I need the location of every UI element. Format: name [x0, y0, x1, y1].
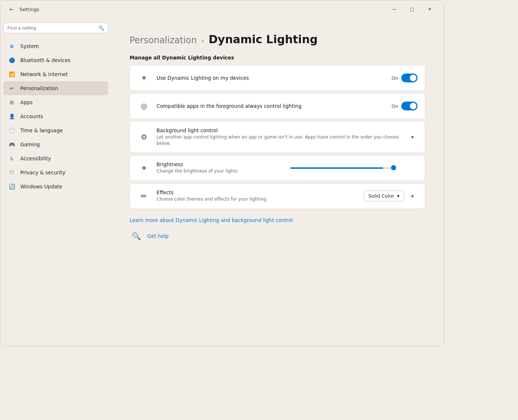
expand-btn-background-light[interactable]: ▾: [407, 132, 418, 142]
nav-label-bluetooth: Bluetooth & devices: [20, 57, 71, 63]
dropdown-arrow-icon: ▾: [397, 193, 399, 199]
setting-text-effects: Effects Choose color themes and effects …: [157, 189, 358, 202]
nav-icon-update: 🔄: [8, 182, 16, 191]
setting-card-brightness: ☀ Brightness Change the brightness of yo…: [130, 155, 425, 181]
sidebar-item-accessibility[interactable]: ♿ Accessibility: [3, 151, 108, 165]
app-body: 🔍 🖥 System 🔵 Bluetooth & devices 📶 Netwo…: [0, 18, 444, 346]
search-input[interactable]: [7, 25, 95, 31]
setting-card-effects: ✏ Effects Choose color themes and effect…: [130, 183, 425, 209]
effects-dropdown-effects[interactable]: Solid Color ▾: [364, 191, 404, 201]
nav-icon-accounts: 👤: [8, 112, 16, 120]
sidebar-item-bluetooth[interactable]: 🔵 Bluetooth & devices: [3, 53, 108, 67]
nav-icon-accessibility: ♿: [8, 154, 16, 163]
setting-row-effects: ✏ Effects Choose color themes and effect…: [130, 184, 425, 209]
learn-more-link[interactable]: Learn more about Dynamic Lighting and ba…: [130, 217, 293, 223]
nav-list: 🖥 System 🔵 Bluetooth & devices 📶 Network…: [3, 39, 108, 194]
sidebar: 🔍 🖥 System 🔵 Bluetooth & devices 📶 Netwo…: [0, 18, 111, 346]
setting-title-compatible-apps: Compatible apps in the foreground always…: [157, 103, 386, 109]
learn-more-section: Learn more about Dynamic Lighting and ba…: [130, 216, 425, 223]
toggle-compatible-apps[interactable]: [401, 102, 418, 110]
section-label: Manage all Dynamic Lighting devices: [130, 55, 425, 61]
setting-desc-effects: Choose color themes and effects for your…: [157, 196, 358, 202]
setting-icon-brightness: ☀: [137, 161, 151, 175]
setting-text-background-light: Background light control Let another app…: [157, 127, 401, 147]
nav-label-network: Network & internet: [20, 71, 68, 77]
nav-label-accounts: Accounts: [20, 113, 43, 119]
nav-label-accessibility: Accessibility: [20, 156, 51, 161]
setting-title-background-light: Background light control: [157, 127, 401, 133]
setting-row-compatible-apps: ◎ Compatible apps in the foreground alwa…: [130, 93, 425, 119]
setting-card-background-light: ⚙ Background light control Let another a…: [130, 121, 425, 153]
setting-icon-use-dynamic-lighting: ☀: [137, 71, 151, 85]
sidebar-item-accounts[interactable]: 👤 Accounts: [3, 109, 108, 123]
setting-desc-background-light: Let another app control lighting when an…: [157, 134, 401, 147]
title-bar: ← Settings — □ ✕: [0, 0, 444, 18]
setting-title-brightness: Brightness: [157, 161, 284, 167]
search-box[interactable]: 🔍: [3, 23, 108, 33]
sidebar-item-network[interactable]: 📶 Network & internet: [3, 67, 108, 81]
dropdown-control-effects: Solid Color ▾ ▾: [364, 191, 418, 201]
nav-label-system: System: [20, 43, 39, 49]
nav-label-apps: Apps: [20, 99, 32, 105]
nav-label-gaming: Gaming: [20, 141, 40, 147]
setting-icon-effects: ✏: [137, 189, 151, 203]
nav-label-update: Windows Update: [20, 184, 62, 189]
nav-icon-bluetooth: 🔵: [8, 56, 16, 64]
setting-row-background-light: ⚙ Background light control Let another a…: [130, 122, 425, 153]
slider-container-brightness: [290, 167, 418, 169]
nav-icon-apps: ⊞: [8, 98, 16, 106]
toggle-use-dynamic-lighting[interactable]: [401, 74, 418, 82]
setting-text-use-dynamic-lighting: Use Dynamic Lighting on my devices: [157, 75, 386, 81]
dropdown-value-effects: Solid Color: [368, 193, 394, 199]
nav-icon-network: 📶: [8, 70, 16, 78]
sidebar-item-update[interactable]: 🔄 Windows Update: [3, 180, 108, 194]
nav-label-privacy: Privacy & security: [20, 170, 65, 175]
sidebar-item-apps[interactable]: ⊞ Apps: [3, 95, 108, 109]
help-icon: 🔍: [130, 229, 143, 243]
setting-icon-compatible-apps: ◎: [137, 99, 151, 113]
nav-icon-system: 🖥: [8, 42, 16, 50]
setting-icon-background-light: ⚙: [137, 130, 151, 144]
sidebar-item-gaming[interactable]: 🎮 Gaming: [3, 137, 108, 151]
maximize-button[interactable]: □: [404, 3, 420, 15]
minimize-button[interactable]: —: [386, 3, 402, 15]
slider-thumb-brightness: [391, 165, 396, 170]
app-title: Settings: [20, 7, 39, 12]
nav-label-time: Time & language: [20, 127, 63, 133]
nav-label-personalization: Personalization: [20, 85, 58, 91]
setting-card-use-dynamic-lighting: ☀ Use Dynamic Lighting on my devices On: [130, 65, 425, 91]
toggle-control-compatible-apps: On: [392, 102, 418, 110]
toggle-control-use-dynamic-lighting: On: [392, 74, 418, 82]
setting-title-effects: Effects: [157, 189, 358, 195]
nav-icon-time: 🕐: [8, 126, 16, 134]
page-header: Personalization › Dynamic Lighting: [130, 33, 425, 46]
get-help-link[interactable]: Get help: [147, 233, 169, 239]
search-icon: 🔍: [98, 25, 104, 31]
toggle-label-use-dynamic-lighting: On: [392, 75, 398, 81]
effects-expand-btn[interactable]: ▾: [407, 191, 418, 201]
setting-row-use-dynamic-lighting: ☀ Use Dynamic Lighting on my devices On: [130, 65, 425, 91]
back-button[interactable]: ←: [6, 4, 17, 14]
sidebar-item-time[interactable]: 🕐 Time & language: [3, 123, 108, 137]
nav-icon-personalization: ✏: [8, 84, 16, 92]
main-content: Personalization › Dynamic Lighting Manag…: [111, 18, 444, 346]
sidebar-item-privacy[interactable]: 🛡 Privacy & security: [3, 165, 108, 180]
sidebar-item-system[interactable]: 🖥 System: [3, 39, 108, 53]
setting-card-compatible-apps: ◎ Compatible apps in the foreground alwa…: [130, 93, 425, 119]
sidebar-item-personalization[interactable]: ✏ Personalization: [3, 81, 108, 95]
help-row: 🔍 Get help: [130, 229, 425, 243]
setting-text-brightness: Brightness Change the brightness of your…: [157, 161, 284, 174]
setting-text-compatible-apps: Compatible apps in the foreground always…: [157, 103, 386, 109]
setting-row-brightness: ☀ Brightness Change the brightness of yo…: [130, 156, 425, 181]
breadcrumb-parent: Personalization: [130, 35, 197, 45]
breadcrumb-sep: ›: [201, 36, 204, 45]
nav-icon-gaming: 🎮: [8, 140, 16, 148]
slider-track-brightness[interactable]: [290, 167, 394, 169]
slider-fill-brightness: [290, 167, 383, 169]
page-title: Dynamic Lighting: [209, 33, 318, 46]
settings-cards: ☀ Use Dynamic Lighting on my devices On …: [130, 65, 425, 209]
setting-title-use-dynamic-lighting: Use Dynamic Lighting on my devices: [157, 75, 386, 81]
nav-icon-privacy: 🛡: [8, 168, 16, 177]
setting-desc-brightness: Change the brightness of your lights: [157, 168, 284, 174]
close-button[interactable]: ✕: [422, 3, 438, 15]
